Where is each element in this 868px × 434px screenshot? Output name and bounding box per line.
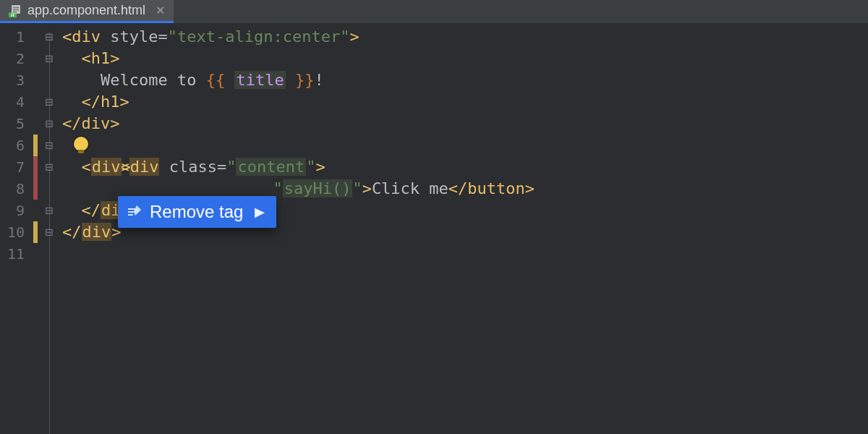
fold-handle-icon[interactable]: ⊟ [39,113,59,135]
code-editor[interactable]: 1 2 3 4 5 6 7 8 9 10 11 ⊟ ⊟ ⊟ ⊟ ⊟ ⊟ ⊟ ⊟ [0,23,868,434]
change-marker-deleted[interactable] [33,156,38,178]
code-line[interactable]: Welcome to {{ title }}! [59,69,868,91]
line-number: 11 [0,243,32,265]
line-number: 4 [0,91,32,113]
svg-rect-4 [13,9,19,10]
line-number: 1 [0,26,32,48]
gutter-fold-column: ⊟ ⊟ ⊟ ⊟ ⊟ ⊟ ⊟ ⊟ [39,23,59,434]
fold-handle-icon[interactable]: ⊟ [39,200,59,221]
intention-menu-label: Remove tag [150,202,243,222]
svg-rect-5 [13,12,17,12]
svg-rect-8 [128,214,133,216]
fold-handle-icon[interactable]: ⊟ [39,221,59,243]
change-marker-deleted[interactable] [33,178,38,200]
code-line[interactable] [59,243,868,265]
fold-handle-icon[interactable]: ⊟ [39,26,59,48]
line-number: 10 [0,221,32,243]
editor-tab-active[interactable]: H app.component.html ✕ [0,0,174,23]
fold-handle-icon[interactable]: ⊟ [39,135,59,156]
fold-handle-icon[interactable]: ⊟ [39,156,59,178]
change-marker-modified[interactable] [33,135,38,156]
line-number: 8 [0,178,32,200]
gutter-line-numbers: 1 2 3 4 5 6 7 8 9 10 11 [0,23,32,434]
svg-rect-6 [128,208,135,210]
tab-filename: app.component.html [27,3,145,18]
line-number: 9 [0,200,32,221]
svg-rect-3 [13,7,19,8]
editor-tabbar: H app.component.html ✕ [0,0,868,23]
code-line[interactable]: <div style="text-align:center"> [59,26,868,48]
fold-handle-icon[interactable]: ⊟ [39,91,59,113]
submenu-arrow-icon: ▶ [255,204,265,220]
intention-menu-item[interactable]: Remove tag ▶ [118,196,276,228]
code-line[interactable]: <div class="content"> [59,135,868,156]
code-line[interactable]: <h1> [59,48,868,69]
line-number: 2 [0,48,32,69]
line-number: 3 [0,69,32,91]
line-number: 7 [0,156,32,178]
edit-icon [127,204,142,220]
html-file-icon: H [9,4,22,17]
line-number: 6 [0,135,32,156]
line-number: 5 [0,113,32,135]
fold-handle-icon[interactable]: ⊟ [39,48,59,69]
intention-bulb-icon[interactable] [74,137,88,151]
change-marker-modified[interactable] [33,221,38,243]
code-line[interactable]: </h1> [59,91,868,113]
close-tab-icon[interactable]: ✕ [151,4,165,17]
editor-content[interactable]: <div style="text-align:center"> <h1> Wel… [59,23,868,434]
code-line[interactable]: </div> [59,113,868,135]
svg-marker-9 [134,205,141,216]
code-line-current[interactable]: <div> [59,156,868,178]
gutter-change-markers [32,23,39,434]
